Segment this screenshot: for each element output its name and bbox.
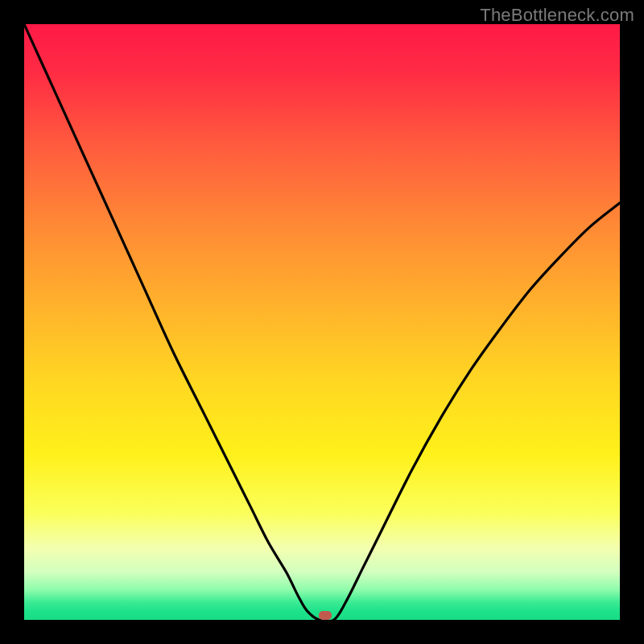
optimal-marker <box>319 611 332 620</box>
plot-area <box>24 24 620 620</box>
bottleneck-curve <box>24 24 620 620</box>
watermark-text: TheBottleneck.com <box>480 5 634 26</box>
outer-frame: TheBottleneck.com <box>0 0 644 644</box>
